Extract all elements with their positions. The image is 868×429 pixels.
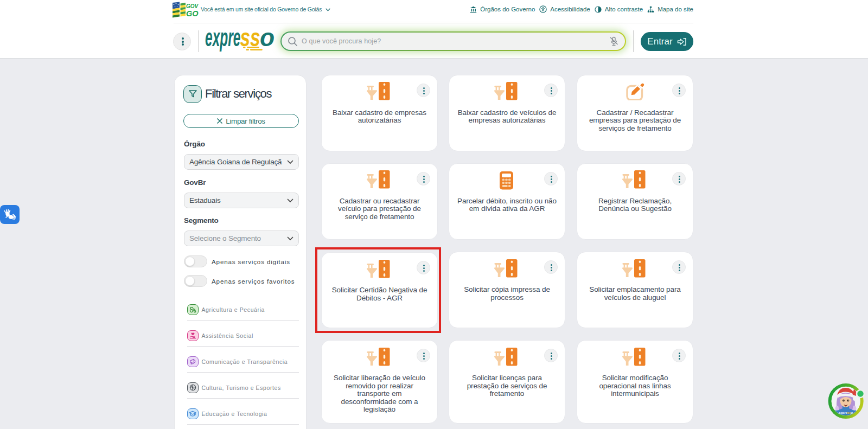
svg-text:GO: GO bbox=[186, 9, 199, 18]
svg-text:o: o bbox=[260, 33, 275, 52]
svg-text:GOV: GOV bbox=[186, 3, 199, 9]
svg-text:expresso: expresso bbox=[839, 411, 853, 414]
svg-text:expre: expre bbox=[205, 33, 240, 52]
svg-text:ss: ss bbox=[240, 33, 260, 52]
